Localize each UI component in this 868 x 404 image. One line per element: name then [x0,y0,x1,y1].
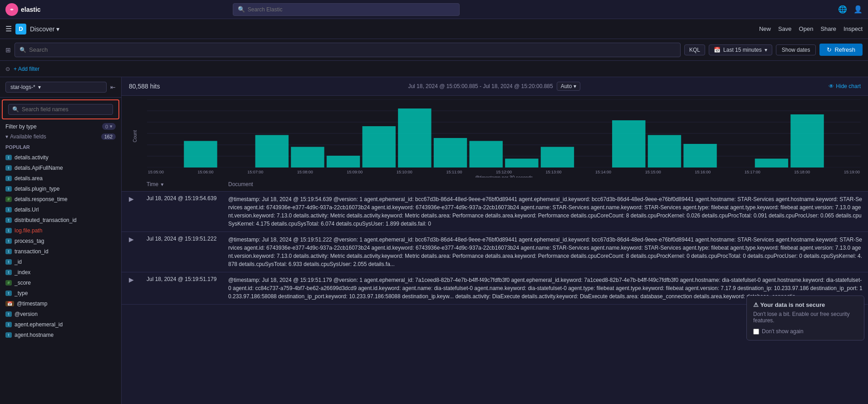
field-item[interactable]: t transaction_id [0,246,121,257]
expand-button[interactable]: ▶ [127,236,136,243]
field-type-icon: t [5,270,12,275]
expand-button[interactable]: ▶ [127,276,136,283]
search-input[interactable] [29,46,676,53]
field-item[interactable]: t process_tag [0,236,121,246]
svg-rect-21 [755,159,788,168]
field-item[interactable]: 📅 @timestamp [0,299,121,309]
expand-button[interactable]: ▶ [127,195,136,202]
expand-cell[interactable]: ▶ [122,232,141,272]
field-item[interactable]: t log.file.path [0,226,121,236]
refresh-icon: ↻ [827,46,832,53]
inspect-button[interactable]: Inspect [843,25,863,32]
time-col-header[interactable]: Time ▼ [141,177,223,192]
field-type-icon: t [5,155,12,160]
expand-cell[interactable]: ▶ [122,272,141,305]
field-item[interactable]: t _index [0,267,121,278]
time-picker[interactable]: 📅 Last 15 minutes ▾ [709,44,772,55]
field-item[interactable]: t agent.hostname [0,330,121,340]
dont-show-again-label: Don't show again [762,328,804,335]
search-bar[interactable]: 🔍 [15,43,681,57]
field-name-label: details.ApiFullName [15,165,63,171]
field-item[interactable]: t agent.ephemeral_id [0,320,121,330]
auto-select[interactable]: Auto ▾ [557,82,581,91]
share-button[interactable]: Share [820,25,836,32]
kql-badge[interactable]: KQL [684,44,705,55]
chart-y-axis-label: Count [132,130,137,143]
results-area[interactable]: Time ▼ Document ▶ Jul 18, 2024 @ 15:19:5… [122,177,868,404]
add-filter-button[interactable]: + Add filter [14,66,39,72]
index-pattern-button[interactable]: star-logs-* ▾ [5,82,107,93]
field-type-icon: t [5,322,12,327]
discover-label[interactable]: Discover ▾ [30,25,59,33]
open-button[interactable]: Open [799,25,814,32]
field-name-label: details.plugin_type [15,186,59,192]
search-fields-input[interactable] [22,106,109,113]
refresh-button[interactable]: ↻ Refresh [819,44,863,56]
svg-rect-18 [612,120,645,168]
x-axis-tick: 15:08:00 [297,170,313,174]
time-picker-chevron: ▾ [765,47,767,53]
sidebar-collapse-icon[interactable]: ⇤ [110,84,116,91]
x-axis-tick: 15:10:00 [397,170,412,174]
hide-chart-button[interactable]: 👁 Hide chart [829,83,861,89]
filter-icon: ⊞ [5,46,11,54]
field-type-icon: t [5,332,12,338]
field-item[interactable]: t details.activity [0,153,121,163]
elastic-logo: elastic [5,3,41,16]
svg-rect-11 [327,156,360,168]
document-col-header: Document [223,177,868,192]
field-type-icon: t [5,217,12,223]
field-item[interactable]: t details.plugin_type [0,184,121,194]
top-nav-right: 🌐 👤 [838,5,863,14]
field-type-icon: t [5,311,12,317]
expand-cell[interactable]: ▶ [122,192,141,232]
time-cell: Jul 18, 2024 @ 15:19:51.222 [141,232,223,272]
time-cell: Jul 18, 2024 @ 15:19:54.639 [141,192,223,232]
x-axis-tick: 15:06:00 [198,170,214,174]
search-fields-inner[interactable]: 🔍 [8,104,113,115]
top-search-bar[interactable]: 🔍 [233,3,460,16]
menu-bar: ☰ D Discover ▾ New Save Open Share Inspe… [0,19,868,39]
field-item[interactable]: t details.Url [0,205,121,215]
globe-icon[interactable]: 🌐 [838,5,847,14]
time-cell: Jul 18, 2024 @ 15:19:51.179 [141,272,223,305]
user-icon[interactable]: 👤 [853,5,863,14]
field-type-icon: t [5,249,12,254]
dont-show-again-checkbox[interactable] [753,329,759,335]
new-button[interactable]: New [759,25,771,32]
available-fields-header: ▾ Available fields 162 [0,132,121,142]
top-search-input[interactable] [248,6,455,13]
field-list: t details.activity t details.ApiFullName… [0,153,121,404]
field-item[interactable]: t _id [0,257,121,267]
field-item[interactable]: # details.response_time [0,194,121,205]
svg-rect-10 [291,147,324,168]
index-pattern-label: star-logs-* [10,84,35,90]
field-item[interactable]: t _type [0,288,121,299]
x-axis-tick: 15:13:00 [546,170,562,174]
filter-type-badge[interactable]: 0 ▾ [102,123,116,130]
sort-icon: ▼ [160,182,165,187]
field-name-label: _index [15,269,30,276]
filter-type-label: Filter by type [5,123,37,130]
chart-wrapper: Count 15:05:0015:06:0015:07:0015:08:0015… [122,96,868,177]
available-fields-label: ▾ Available fields [5,133,46,140]
field-item[interactable]: t details.area [0,173,121,184]
search-magnifier-icon: 🔍 [20,47,26,53]
save-button[interactable]: Save [778,25,792,32]
x-axis-tick: 15:17:00 [745,170,760,174]
field-item[interactable]: # _score [0,278,121,288]
svg-rect-14 [434,138,467,168]
hamburger-icon[interactable]: ☰ [5,25,12,33]
show-dates-button[interactable]: Show dates [776,44,816,55]
notification-checkbox[interactable]: Don't show again [753,328,858,335]
calendar-icon: 📅 [714,47,721,53]
field-name-label: _type [15,290,28,296]
svg-rect-17 [541,147,574,168]
field-name-label: agent.hostname [15,332,54,338]
field-item[interactable]: t @version [0,309,121,320]
field-type-icon: t [5,291,12,296]
field-item[interactable]: t distributed_transaction_id [0,215,121,226]
field-item[interactable]: t details.ApiFullName [0,163,121,173]
chevron-down-small-icon: ▾ [5,133,8,140]
x-axis-tick: 15:14:00 [595,170,611,174]
